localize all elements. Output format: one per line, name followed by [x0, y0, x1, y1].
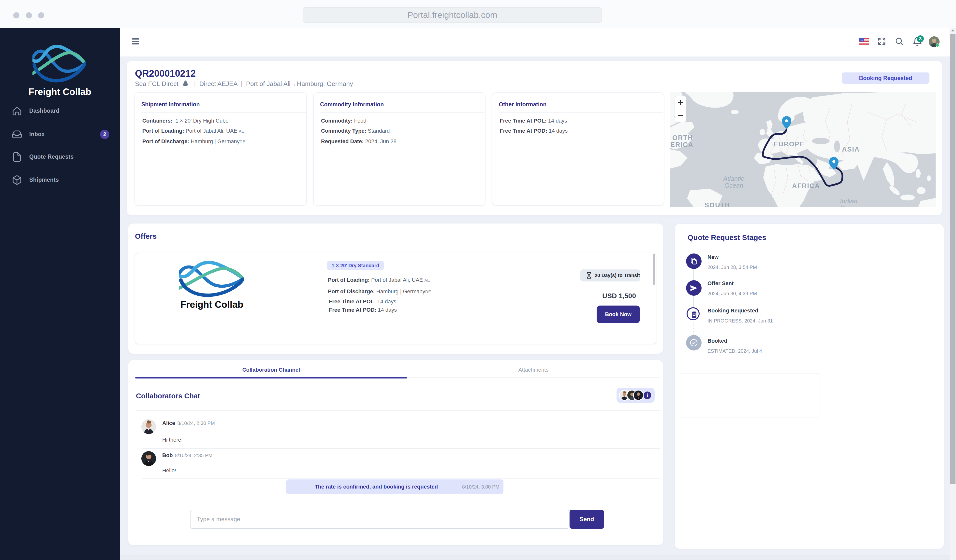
svg-text:SOUTH: SOUTH: [704, 201, 730, 207]
svg-text:Ocean: Ocean: [840, 204, 859, 207]
svg-text:ERICA: ERICA: [670, 141, 693, 148]
svg-text:Atlantic: Atlantic: [723, 175, 744, 182]
svg-text:EUROPE: EUROPE: [774, 141, 805, 148]
svg-text:ORTH: ORTH: [672, 134, 693, 141]
svg-text:ASIA: ASIA: [842, 146, 860, 153]
svg-text:AFRICA: AFRICA: [792, 182, 820, 190]
svg-text:Indian: Indian: [840, 198, 857, 205]
svg-text:Ocean: Ocean: [725, 182, 743, 189]
